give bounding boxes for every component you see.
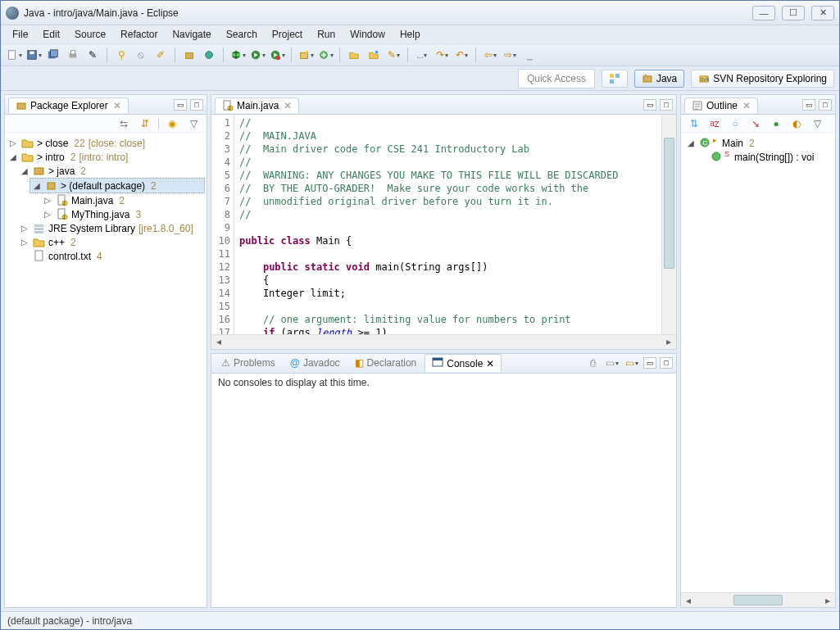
tab-problems[interactable]: ⚠Problems: [215, 356, 282, 370]
brush-icon[interactable]: ✐: [152, 47, 169, 63]
outline-menu-icon[interactable]: ▽: [809, 116, 825, 132]
tree-default-package[interactable]: ◢> (default package)2: [30, 178, 205, 193]
editor-maximize-button[interactable]: □: [660, 99, 673, 111]
run-last-button[interactable]: ▾: [269, 47, 285, 63]
code-editor[interactable]: //// MAIN.JAVA// Main driver code for CS…: [234, 115, 661, 334]
menu-refactor[interactable]: Refactor: [114, 27, 164, 42]
quick-access-input[interactable]: Quick Access: [518, 69, 595, 88]
tree-folder-cpp[interactable]: ▷c++2: [18, 235, 205, 249]
run-button[interactable]: ▾: [249, 47, 266, 63]
editor-gutter: 1234567891011121314151617181920212223242…: [211, 115, 234, 334]
forward-button[interactable]: ⇨▾: [502, 47, 518, 63]
editor-v-scrollbar[interactable]: [661, 115, 676, 334]
new-class-icon[interactable]: [201, 47, 217, 63]
new-project-icon[interactable]: ▾: [317, 47, 334, 63]
declaration-icon: ◧: [355, 357, 364, 369]
package-explorer-tree[interactable]: ▷> close22 [close: close] ◢> intro2 [int…: [5, 133, 207, 607]
open-task-icon[interactable]: [366, 47, 382, 63]
menu-search[interactable]: Search: [220, 27, 264, 42]
back-button[interactable]: ⇦▾: [482, 47, 498, 63]
new-button[interactable]: ▾: [6, 47, 22, 63]
svg-text:C: C: [703, 139, 708, 147]
menu-edit[interactable]: Edit: [36, 27, 66, 42]
console-icon: [432, 356, 443, 370]
view-maximize-button[interactable]: □: [190, 99, 203, 111]
editor-tab-main[interactable]: J Main.java ✕: [215, 97, 299, 113]
print-button[interactable]: [65, 47, 81, 63]
close-icon[interactable]: ✕: [284, 100, 292, 111]
svg-point-12: [275, 56, 279, 60]
prev-annotation-icon[interactable]: ↶▾: [453, 47, 470, 63]
view-minimize-button[interactable]: ▭: [174, 99, 187, 111]
tree-project-close[interactable]: ▷> close22 [close: close]: [7, 136, 205, 150]
outline-tab[interactable]: Outline ✕: [684, 97, 758, 113]
console-pin-icon[interactable]: ⎙: [584, 355, 601, 371]
editor-minimize-button[interactable]: ▭: [643, 99, 656, 111]
tree-file-main[interactable]: ▷JMain.java2: [41, 193, 205, 207]
save-all-button[interactable]: [45, 47, 61, 63]
wand-icon[interactable]: ✎: [84, 47, 101, 63]
menu-navigate[interactable]: Navigate: [166, 27, 217, 42]
hide-fields-icon[interactable]: ○: [727, 116, 743, 132]
bottom-panel: ⚠Problems @Javadoc ◧Declaration Console …: [211, 353, 677, 609]
bottom-maximize-button[interactable]: □: [660, 357, 673, 369]
menu-source[interactable]: Source: [68, 27, 112, 42]
perspective-java[interactable]: Java: [634, 70, 684, 88]
collapse-all-icon[interactable]: ⇆: [116, 116, 132, 132]
link-editor-icon[interactable]: ⇵: [137, 116, 153, 132]
console-display-icon[interactable]: ▭▾: [604, 355, 620, 371]
outline-minimize-button[interactable]: ▭: [802, 99, 815, 111]
tab-declaration[interactable]: ◧Declaration: [348, 356, 424, 370]
console-new-icon[interactable]: ▭▾: [624, 355, 640, 371]
perspective-svn[interactable]: SVNSVN Repository Exploring: [691, 70, 834, 88]
skip-bp-icon[interactable]: ⦸: [133, 47, 149, 63]
open-type-icon[interactable]: [346, 47, 362, 63]
outline-maximize-button[interactable]: □: [819, 99, 832, 111]
view-menu-icon[interactable]: ▽: [185, 116, 202, 132]
sort-icon[interactable]: ⇅: [686, 116, 702, 132]
tree-file-control[interactable]: control.txt4: [18, 249, 205, 263]
menu-help[interactable]: Help: [393, 27, 427, 42]
outline-method-main[interactable]: Smain(String[]) : voi: [696, 150, 832, 164]
toggle-mark-icon[interactable]: ⎵▾: [414, 47, 430, 63]
svg-rect-24: [34, 168, 43, 174]
menu-project[interactable]: Project: [266, 27, 309, 42]
new-java-project-icon[interactable]: ▾: [297, 47, 314, 63]
new-package-icon[interactable]: [181, 47, 198, 63]
close-icon[interactable]: ✕: [486, 358, 494, 369]
maximize-button[interactable]: ☐: [782, 6, 805, 20]
tree-project-intro[interactable]: ◢> intro2 [intro: intro]: [7, 150, 205, 164]
debug-button[interactable]: ▾: [229, 47, 246, 63]
open-perspective-button[interactable]: [602, 70, 628, 88]
outline-tree[interactable]: ◢C▸Main2 Smain(String[]) : voi: [681, 133, 835, 592]
tab-console[interactable]: Console ✕: [425, 354, 502, 372]
bottom-minimize-button[interactable]: ▭: [643, 357, 656, 369]
outline-class-main[interactable]: ◢C▸Main2: [684, 136, 832, 150]
menu-run[interactable]: Run: [311, 27, 342, 42]
tree-file-mything[interactable]: ▷JMyThing.java3: [41, 207, 205, 221]
tree-srcfolder-java[interactable]: ◢> java2: [18, 164, 205, 178]
focus-icon[interactable]: ◉: [164, 116, 180, 132]
hide-non-public-icon[interactable]: ●: [768, 116, 784, 132]
save-button[interactable]: ▾: [25, 47, 42, 63]
debug-last-icon[interactable]: ⚲: [113, 47, 129, 63]
close-icon[interactable]: ✕: [113, 100, 121, 111]
outline-h-scrollbar[interactable]: ◂▸: [681, 592, 835, 607]
pin-icon[interactable]: ⎯: [521, 47, 538, 63]
svg-point-8: [206, 52, 213, 59]
next-annotation-icon[interactable]: ↷▾: [434, 47, 450, 63]
svg-rect-19: [610, 79, 614, 84]
close-icon[interactable]: ✕: [742, 100, 751, 111]
minimize-button[interactable]: —: [752, 6, 775, 20]
editor-h-scrollbar[interactable]: ◂▸: [211, 334, 676, 349]
menu-file[interactable]: File: [6, 27, 34, 42]
sort-az-icon[interactable]: az: [706, 116, 723, 132]
menu-window[interactable]: Window: [343, 27, 392, 42]
search-button[interactable]: ✎▾: [385, 47, 402, 63]
close-button[interactable]: ✕: [811, 6, 834, 20]
package-explorer-tab[interactable]: Package Explorer ✕: [8, 97, 129, 113]
tab-javadoc[interactable]: @Javadoc: [284, 356, 347, 370]
tree-jre-library[interactable]: ▷JRE System Library [jre1.8.0_60]: [18, 221, 205, 235]
hide-static-icon[interactable]: ↘: [747, 116, 764, 132]
hide-local-icon[interactable]: ◐: [788, 116, 805, 132]
